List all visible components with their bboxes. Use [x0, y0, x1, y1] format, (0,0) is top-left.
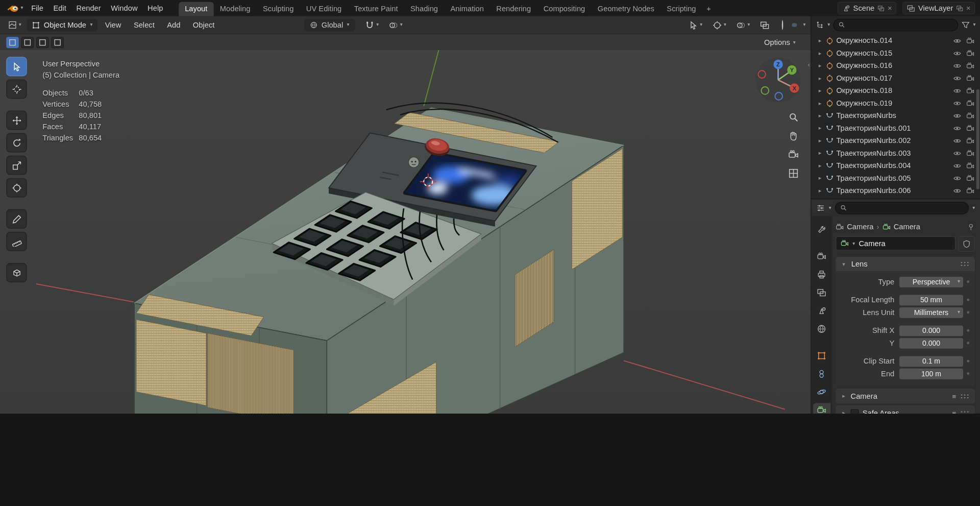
select-mode-subtract-button[interactable] — [36, 37, 48, 48]
tab-physics[interactable] — [813, 385, 830, 399]
hide-eye-icon[interactable] — [953, 124, 961, 132]
datablock-name-field[interactable]: ▾ Camera — [836, 236, 955, 250]
gizmo-z-label[interactable]: Z — [776, 61, 780, 67]
menu-file[interactable]: File — [27, 3, 48, 14]
hide-eye-icon[interactable] — [953, 149, 961, 157]
hide-eye-icon[interactable] — [953, 74, 961, 82]
tab-texture-paint[interactable]: Texture Paint — [348, 2, 404, 16]
outliner-search-input[interactable] — [847, 20, 953, 30]
disable-render-icon[interactable] — [966, 161, 974, 170]
tab-object[interactable] — [813, 349, 830, 363]
list-item[interactable]: ▸Окружность.017 — [811, 72, 980, 84]
object-name[interactable]: Окружность.017 — [836, 74, 950, 82]
filter-icon[interactable] — [961, 20, 970, 29]
blender-logo-icon[interactable]: ▾ — [5, 4, 26, 12]
hide-eye-icon[interactable] — [953, 49, 961, 57]
animate-decorator[interactable] — [963, 299, 972, 301]
options-dropdown[interactable]: Options▾ — [759, 37, 800, 48]
outliner-editor-icon[interactable] — [816, 20, 824, 29]
viewport-canvas[interactable] — [0, 50, 811, 414]
collapse-arrow-icon[interactable]: ▾ — [841, 261, 847, 267]
tab-constraints[interactable] — [813, 367, 830, 381]
presets-menu-icon[interactable]: ≡ — [952, 409, 957, 414]
object-name[interactable]: ТраекторияNurbs.005 — [836, 174, 950, 182]
expand-arrow-icon[interactable]: ▸ — [817, 112, 823, 118]
list-item[interactable]: ▸Окружность.019 — [811, 97, 980, 109]
gizmo-y-label[interactable]: Y — [790, 67, 794, 73]
animate-decorator[interactable] — [963, 342, 972, 344]
overlays-toggle-icon[interactable] — [736, 20, 745, 30]
expand-arrow-icon[interactable]: ▸ — [817, 100, 823, 106]
disable-render-icon[interactable] — [966, 62, 974, 70]
scrollbar[interactable] — [976, 89, 979, 189]
tab-object-data[interactable] — [813, 403, 830, 414]
drag-handle[interactable] — [960, 261, 970, 267]
breadcrumb-object[interactable]: Camera — [847, 223, 873, 231]
tab-sculpting[interactable]: Sculpting — [257, 2, 300, 16]
object-name[interactable]: Окружность.015 — [836, 49, 950, 57]
tab-layout[interactable]: Layout — [179, 2, 214, 16]
tab-render[interactable] — [813, 249, 830, 263]
object-name[interactable]: ТраекторияNurbs.003 — [836, 149, 950, 157]
object-name[interactable]: ТраекторияNurbs.006 — [836, 186, 950, 195]
list-item[interactable]: ▸ТраекторияNurbs.002 — [811, 134, 980, 147]
lens-unit-dropdown[interactable]: Millimeters▾ — [899, 307, 963, 318]
tab-rendering[interactable]: Rendering — [490, 2, 537, 16]
tab-geometry-nodes[interactable]: Geometry Nodes — [592, 2, 661, 16]
hide-eye-icon[interactable] — [953, 136, 961, 144]
disable-render-icon[interactable] — [966, 124, 974, 132]
unlink-scene-icon[interactable]: × — [888, 4, 892, 12]
gizmo-x-label[interactable]: X — [793, 85, 797, 91]
tool-annotate[interactable] — [6, 209, 27, 229]
tool-cursor[interactable] — [6, 79, 27, 99]
object-name[interactable]: Окружность.016 — [836, 61, 950, 70]
expand-arrow-icon[interactable]: ▸ — [817, 37, 823, 43]
hide-eye-icon[interactable] — [953, 37, 961, 45]
expand-arrow-icon[interactable]: ▸ — [817, 87, 823, 93]
expand-arrow-icon[interactable]: ▸ — [817, 75, 823, 81]
section-camera[interactable]: ▸ Camera ≡ — [836, 389, 975, 403]
tab-animation[interactable]: Animation — [444, 2, 490, 16]
tab-output[interactable] — [813, 268, 830, 282]
menu-object[interactable]: Object — [188, 19, 219, 31]
filter-dropdown-icon[interactable]: ▾ — [973, 22, 976, 27]
shading-material-button[interactable] — [792, 23, 797, 27]
orthographic-grid-icon[interactable] — [788, 168, 799, 179]
hide-eye-icon[interactable] — [953, 86, 961, 94]
expand-arrow-icon[interactable]: ▸ — [817, 150, 823, 156]
expand-arrow-icon[interactable]: ▸ — [817, 125, 823, 131]
pin-icon[interactable] — [967, 223, 975, 231]
expand-arrow-icon[interactable]: ▸ — [817, 137, 823, 143]
hide-eye-icon[interactable] — [953, 161, 961, 170]
list-item[interactable]: ▸Окружность.014 — [811, 34, 980, 46]
list-item[interactable]: ▸ТраекторияNurbs.001 — [811, 122, 980, 134]
tool-scale[interactable] — [6, 156, 27, 175]
add-workspace-button[interactable]: + — [702, 2, 716, 16]
drag-handle[interactable] — [960, 410, 970, 414]
new-scene-icon[interactable] — [877, 5, 884, 11]
list-item[interactable]: ▸Окружность.018 — [811, 84, 980, 97]
viewport-3d[interactable]: User Perspective (5) Collection | Camera… — [0, 50, 811, 414]
snap-magnet-icon[interactable] — [365, 20, 374, 30]
object-name[interactable]: Окружность.014 — [836, 36, 950, 45]
viewlayer-selector[interactable]: ViewLayer × — [902, 2, 975, 14]
properties-search-input[interactable] — [849, 203, 964, 213]
menu-add[interactable]: Add — [162, 19, 185, 31]
expand-arrow-icon[interactable]: ▸ — [817, 50, 823, 56]
list-item[interactable]: ▸ТраекторияNurbs.006 — [811, 184, 980, 197]
hide-eye-icon[interactable] — [953, 99, 961, 107]
animate-decorator[interactable] — [963, 311, 972, 314]
breadcrumb-data[interactable]: Camera — [894, 223, 920, 231]
section-safe-areas[interactable]: ▸ Safe Areas ≡ — [836, 405, 975, 414]
disable-render-icon[interactable] — [966, 74, 974, 82]
tab-scripting[interactable]: Scripting — [660, 2, 702, 16]
shading-wireframe-button[interactable] — [779, 19, 786, 31]
shift-x-field[interactable]: 0.000 — [899, 325, 963, 336]
tab-modeling[interactable]: Modeling — [214, 2, 257, 16]
list-item[interactable]: ▸ТраекторияNurbs — [811, 109, 980, 122]
list-item[interactable]: ▸Окружность.015 — [811, 47, 980, 59]
hide-eye-icon[interactable] — [953, 186, 961, 195]
tool-rotate[interactable] — [6, 133, 27, 153]
clip-end-field[interactable]: 100 m — [899, 368, 963, 379]
disable-render-icon[interactable] — [966, 49, 974, 57]
